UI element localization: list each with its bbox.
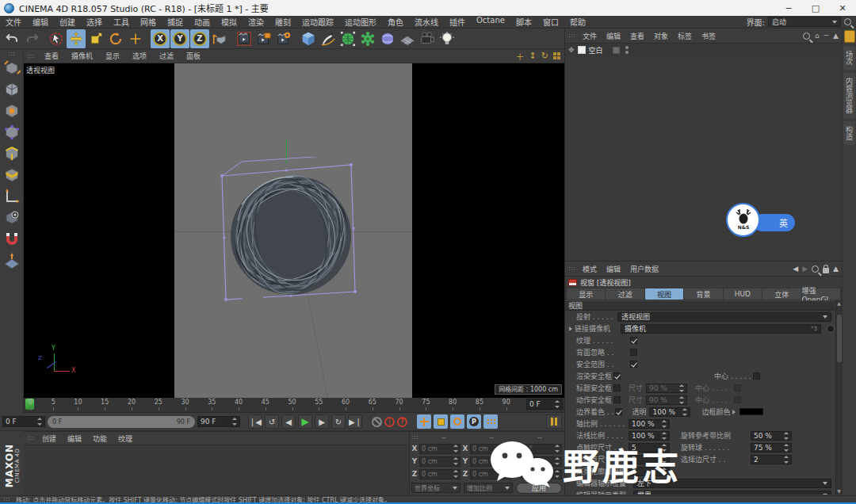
spinner-icon[interactable] xyxy=(36,418,42,426)
frame-range-slider[interactable]: 0 F90 F xyxy=(48,416,195,428)
environment-icon[interactable] xyxy=(378,29,397,48)
close-button[interactable]: ✕ xyxy=(829,0,856,16)
menu-item[interactable]: 运动图形 xyxy=(339,16,382,28)
viewport-rotate-icon[interactable]: ↻ xyxy=(541,51,548,61)
axis-scale-field[interactable]: 100 % xyxy=(629,419,670,429)
record-parameter-icon[interactable]: P xyxy=(467,414,481,429)
pos-z-field[interactable]: 0 cm xyxy=(419,469,460,479)
viewport-canvas[interactable]: 透视视图 Y X Z 网格间距 : 1000 cm xyxy=(24,63,564,398)
layer-swatch[interactable] xyxy=(613,47,620,54)
menu-item[interactable]: 编辑 xyxy=(27,16,54,28)
rotation-sphere-field[interactable]: 75 % xyxy=(751,443,792,452)
primitive-cube-icon[interactable] xyxy=(299,29,318,48)
attribute-tab[interactable]: HUD xyxy=(724,288,762,300)
menu-item[interactable]: Octane xyxy=(471,16,510,28)
border-alpha-field[interactable]: 100 % xyxy=(649,407,690,417)
viewport-zoom-icon[interactable]: ↕ xyxy=(529,51,537,61)
record-position-icon[interactable] xyxy=(417,414,431,429)
attribute-menu-item[interactable]: 模式 xyxy=(578,264,602,274)
timeline-ruler[interactable]: 051015202530354045505560657075808590 0 F xyxy=(24,398,564,413)
viewport-menu-item[interactable]: 过滤 xyxy=(153,51,180,61)
title-safe-size-field[interactable]: 90 % xyxy=(646,384,687,393)
maximize-button[interactable]: □ xyxy=(802,0,829,16)
search-icon[interactable] xyxy=(844,18,851,25)
lock-icon[interactable] xyxy=(823,268,829,273)
current-frame-field[interactable]: 0 F xyxy=(2,416,45,427)
scrollbar[interactable]: ▲▼ xyxy=(835,300,842,494)
undo-icon[interactable] xyxy=(2,29,21,48)
make-editable-icon[interactable] xyxy=(2,59,21,78)
attribute-menu-item[interactable]: 编辑 xyxy=(602,264,625,274)
drag-handle-icon[interactable]: ✥ xyxy=(568,47,575,54)
render-picture-viewer-icon[interactable] xyxy=(254,29,273,48)
point-mode-icon[interactable] xyxy=(2,123,21,142)
object-manager-grip[interactable] xyxy=(568,33,576,38)
menu-item[interactable]: 窗口 xyxy=(537,16,564,28)
light-icon[interactable] xyxy=(438,29,457,48)
prev-frame-icon[interactable]: ◀ xyxy=(281,414,296,429)
object-menu-item[interactable]: 编辑 xyxy=(602,31,625,41)
lock-x-axis-icon[interactable]: X xyxy=(151,29,170,48)
play-icon[interactable]: ▶ xyxy=(298,414,312,429)
menu-item[interactable]: 流水线 xyxy=(409,16,444,28)
polygon-mode-icon[interactable] xyxy=(2,166,21,185)
projection-select[interactable]: 透视视图 xyxy=(617,312,831,322)
attribute-tab[interactable]: 视图 xyxy=(645,288,683,300)
object-menu-item[interactable]: 书签 xyxy=(697,31,720,41)
search-icon[interactable] xyxy=(812,265,819,273)
enable-snap-icon[interactable] xyxy=(2,230,21,249)
camera-link-field[interactable]: 摄像机°3 xyxy=(621,324,821,334)
spinner-icon[interactable] xyxy=(231,418,237,426)
material-menu-item[interactable]: 创建 xyxy=(36,433,62,444)
action-safe-checkbox[interactable] xyxy=(613,396,621,403)
deformer-icon[interactable] xyxy=(358,29,377,48)
move-tool-icon[interactable] xyxy=(67,29,86,48)
rotate-tool-icon[interactable] xyxy=(106,29,125,48)
action-safe-center-checkbox[interactable] xyxy=(734,396,741,403)
record-objects-icon[interactable]: ❘ xyxy=(384,417,395,427)
editor-axis-type-select[interactable]: 世界 xyxy=(633,491,831,495)
scale-tool-icon[interactable] xyxy=(86,29,105,48)
lock-z-axis-icon[interactable]: Z xyxy=(190,29,209,48)
interface-select[interactable]: 启动 xyxy=(768,17,841,27)
attribute-tab[interactable]: 背景 xyxy=(684,288,722,300)
coords-grip[interactable] xyxy=(411,435,419,440)
menu-item[interactable]: 捕捉 xyxy=(162,16,189,28)
border-color-swatch[interactable] xyxy=(739,408,763,415)
search-icon[interactable] xyxy=(803,32,810,40)
goto-end-icon[interactable]: ▶❘ xyxy=(348,414,362,429)
viewport-solo-icon[interactable] xyxy=(2,208,21,227)
object-menu-item[interactable]: 文件 xyxy=(578,31,602,41)
menu-item[interactable]: 角色 xyxy=(382,16,409,28)
menu-item[interactable]: 脚本 xyxy=(510,16,537,28)
pos-y-field[interactable]: 0 cm xyxy=(419,456,460,467)
safe-range-checkbox[interactable] xyxy=(630,361,637,368)
autokey-help-icon[interactable]: ? xyxy=(397,417,407,427)
menu-item[interactable]: 网格 xyxy=(135,16,162,28)
camera-target-icon[interactable] xyxy=(827,325,835,333)
attribute-tab[interactable]: 立体 xyxy=(762,288,801,300)
history-back-icon[interactable]: ◀ xyxy=(793,265,798,273)
spline-pen-icon[interactable] xyxy=(319,29,338,48)
loop-icon[interactable]: ↻ xyxy=(331,414,346,429)
palette-icon[interactable] xyxy=(844,30,855,43)
menu-item[interactable]: 动画 xyxy=(189,16,216,28)
object-name[interactable]: 空白 xyxy=(589,45,603,55)
next-frame-icon[interactable]: ▶ xyxy=(315,414,329,429)
menu-item[interactable]: 模拟 xyxy=(216,16,243,28)
expander-icon[interactable] xyxy=(569,326,572,331)
texture-checkbox[interactable] xyxy=(630,337,637,344)
attribute-menu-item[interactable]: 用户数据 xyxy=(625,264,663,274)
section-header[interactable]: 视图 xyxy=(565,300,835,311)
play-reverse-icon[interactable]: ↺ xyxy=(265,414,279,429)
menu-item[interactable]: 创建 xyxy=(54,16,81,28)
menu-item[interactable]: 雕刻 xyxy=(269,16,296,28)
coordinate-system-icon[interactable] xyxy=(210,29,229,48)
menu-item[interactable]: 文件 xyxy=(0,16,27,28)
attribute-manager-grip[interactable] xyxy=(568,266,576,271)
workplane-icon[interactable] xyxy=(2,251,21,270)
viewport-menu-item[interactable]: 面板 xyxy=(180,51,207,61)
record-rotation-icon[interactable] xyxy=(450,414,464,429)
dock-icon[interactable]: ▲ xyxy=(833,32,839,40)
backface-checkbox[interactable] xyxy=(630,349,637,356)
